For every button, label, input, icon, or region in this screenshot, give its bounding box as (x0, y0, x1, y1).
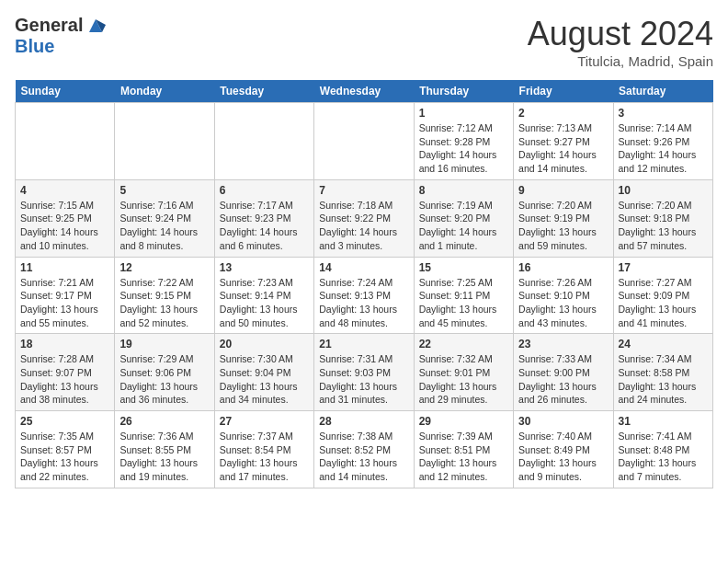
logo-line1: General (15, 15, 106, 36)
day-info: Sunrise: 7:38 AM Sunset: 8:52 PM Dayligh… (319, 430, 408, 484)
day-info: Sunrise: 7:34 AM Sunset: 8:58 PM Dayligh… (619, 352, 708, 407)
day-number: 6 (220, 184, 309, 197)
day-number: 3 (619, 107, 708, 120)
calendar-cell: 7Sunrise: 7:18 AM Sunset: 9:22 PM Daylig… (314, 179, 414, 257)
day-header-monday: Monday (115, 80, 214, 103)
calendar-cell (214, 103, 313, 180)
calendar-week-1: 1Sunrise: 7:12 AM Sunset: 9:28 PM Daylig… (16, 103, 713, 180)
day-info: Sunrise: 7:14 AM Sunset: 9:26 PM Dayligh… (619, 121, 708, 176)
day-number: 22 (419, 338, 508, 350)
day-info: Sunrise: 7:26 AM Sunset: 9:10 PM Dayligh… (518, 276, 608, 330)
day-number: 7 (319, 184, 408, 197)
day-number: 26 (119, 415, 209, 428)
calendar-cell: 10Sunrise: 7:20 AM Sunset: 9:18 PM Dayli… (613, 179, 712, 257)
calendar-cell: 3Sunrise: 7:14 AM Sunset: 9:26 PM Daylig… (613, 103, 712, 180)
day-header-wednesday: Wednesday (314, 80, 414, 103)
day-number: 16 (518, 261, 608, 274)
calendar-cell: 9Sunrise: 7:20 AM Sunset: 9:19 PM Daylig… (514, 179, 613, 257)
calendar-cell: 26Sunrise: 7:36 AM Sunset: 8:55 PM Dayli… (115, 411, 214, 488)
calendar-cell: 15Sunrise: 7:25 AM Sunset: 9:11 PM Dayli… (414, 257, 513, 334)
day-number: 14 (319, 261, 408, 274)
calendar-cell: 23Sunrise: 7:33 AM Sunset: 9:00 PM Dayli… (514, 334, 613, 411)
page-header: General Blue August 2024 Titulcia, Madri… (15, 15, 713, 69)
day-number: 10 (619, 184, 708, 197)
calendar-cell: 29Sunrise: 7:39 AM Sunset: 8:51 PM Dayli… (414, 411, 513, 488)
day-number: 17 (619, 261, 708, 274)
calendar-cell: 13Sunrise: 7:23 AM Sunset: 9:14 PM Dayli… (214, 257, 313, 334)
day-info: Sunrise: 7:31 AM Sunset: 9:03 PM Dayligh… (319, 352, 408, 407)
calendar-week-4: 18Sunrise: 7:28 AM Sunset: 9:07 PM Dayli… (16, 334, 713, 411)
day-number: 27 (220, 415, 309, 428)
day-info: Sunrise: 7:29 AM Sunset: 9:06 PM Dayligh… (119, 352, 209, 407)
day-info: Sunrise: 7:27 AM Sunset: 9:09 PM Dayligh… (619, 276, 708, 330)
day-info: Sunrise: 7:35 AM Sunset: 8:57 PM Dayligh… (20, 430, 109, 484)
day-number: 24 (619, 338, 708, 350)
day-number: 4 (20, 184, 109, 197)
calendar-cell: 30Sunrise: 7:40 AM Sunset: 8:49 PM Dayli… (514, 411, 613, 488)
calendar-cell: 22Sunrise: 7:32 AM Sunset: 9:01 PM Dayli… (414, 334, 513, 411)
day-number: 19 (119, 338, 209, 350)
calendar-week-3: 11Sunrise: 7:21 AM Sunset: 9:17 PM Dayli… (16, 257, 713, 334)
day-info: Sunrise: 7:25 AM Sunset: 9:11 PM Dayligh… (419, 276, 508, 330)
calendar-cell: 8Sunrise: 7:19 AM Sunset: 9:20 PM Daylig… (414, 179, 513, 257)
day-number: 29 (419, 415, 508, 428)
day-info: Sunrise: 7:20 AM Sunset: 9:19 PM Dayligh… (518, 199, 608, 253)
day-info: Sunrise: 7:23 AM Sunset: 9:14 PM Dayligh… (220, 276, 309, 330)
calendar-cell: 18Sunrise: 7:28 AM Sunset: 9:07 PM Dayli… (16, 334, 115, 411)
day-info: Sunrise: 7:17 AM Sunset: 9:23 PM Dayligh… (220, 199, 309, 253)
calendar-cell: 11Sunrise: 7:21 AM Sunset: 9:17 PM Dayli… (16, 257, 115, 334)
day-number: 12 (119, 261, 209, 274)
calendar-cell: 5Sunrise: 7:16 AM Sunset: 9:24 PM Daylig… (115, 179, 214, 257)
title-block: August 2024 Titulcia, Madrid, Spain (528, 15, 713, 69)
day-header-thursday: Thursday (414, 80, 513, 103)
day-info: Sunrise: 7:21 AM Sunset: 9:17 PM Dayligh… (20, 276, 109, 330)
calendar-cell: 16Sunrise: 7:26 AM Sunset: 9:10 PM Dayli… (514, 257, 613, 334)
calendar-week-2: 4Sunrise: 7:15 AM Sunset: 9:25 PM Daylig… (16, 179, 713, 257)
month-title: August 2024 (528, 15, 713, 53)
location-subtitle: Titulcia, Madrid, Spain (528, 53, 713, 69)
day-info: Sunrise: 7:40 AM Sunset: 8:49 PM Dayligh… (518, 430, 608, 484)
calendar-cell: 21Sunrise: 7:31 AM Sunset: 9:03 PM Dayli… (314, 334, 414, 411)
day-number: 11 (20, 261, 109, 274)
calendar-cell: 28Sunrise: 7:38 AM Sunset: 8:52 PM Dayli… (314, 411, 414, 488)
day-number: 31 (619, 415, 708, 428)
day-number: 23 (518, 338, 608, 350)
day-header-sunday: Sunday (16, 80, 115, 103)
day-info: Sunrise: 7:39 AM Sunset: 8:51 PM Dayligh… (419, 430, 508, 484)
calendar-cell (16, 103, 115, 180)
calendar-cell: 6Sunrise: 7:17 AM Sunset: 9:23 PM Daylig… (214, 179, 313, 257)
day-number: 1 (419, 107, 508, 120)
calendar-cell: 27Sunrise: 7:37 AM Sunset: 8:54 PM Dayli… (214, 411, 313, 488)
calendar-table: SundayMondayTuesdayWednesdayThursdayFrid… (15, 80, 713, 488)
day-number: 9 (518, 184, 608, 197)
day-number: 20 (220, 338, 309, 350)
calendar-cell: 2Sunrise: 7:13 AM Sunset: 9:27 PM Daylig… (514, 103, 613, 180)
calendar-cell: 1Sunrise: 7:12 AM Sunset: 9:28 PM Daylig… (414, 103, 513, 180)
calendar-cell: 24Sunrise: 7:34 AM Sunset: 8:58 PM Dayli… (613, 334, 712, 411)
day-info: Sunrise: 7:30 AM Sunset: 9:04 PM Dayligh… (220, 352, 309, 407)
day-info: Sunrise: 7:33 AM Sunset: 9:00 PM Dayligh… (518, 352, 608, 407)
calendar-cell: 31Sunrise: 7:41 AM Sunset: 8:48 PM Dayli… (613, 411, 712, 488)
day-number: 18 (20, 338, 109, 350)
day-info: Sunrise: 7:13 AM Sunset: 9:27 PM Dayligh… (518, 121, 608, 176)
day-info: Sunrise: 7:32 AM Sunset: 9:01 PM Dayligh… (419, 352, 508, 407)
day-number: 25 (20, 415, 109, 428)
calendar-cell: 14Sunrise: 7:24 AM Sunset: 9:13 PM Dayli… (314, 257, 414, 334)
day-number: 2 (518, 107, 608, 120)
day-header-tuesday: Tuesday (214, 80, 313, 103)
day-number: 8 (419, 184, 508, 197)
day-info: Sunrise: 7:20 AM Sunset: 9:18 PM Dayligh… (619, 199, 708, 253)
day-number: 15 (419, 261, 508, 274)
day-number: 30 (518, 415, 608, 428)
calendar-cell: 25Sunrise: 7:35 AM Sunset: 8:57 PM Dayli… (16, 411, 115, 488)
day-info: Sunrise: 7:37 AM Sunset: 8:54 PM Dayligh… (220, 430, 309, 484)
calendar-cell (115, 103, 214, 180)
calendar-cell: 17Sunrise: 7:27 AM Sunset: 9:09 PM Dayli… (613, 257, 712, 334)
day-header-saturday: Saturday (613, 80, 712, 103)
logo: General Blue (15, 15, 106, 57)
calendar-cell (314, 103, 414, 180)
day-info: Sunrise: 7:18 AM Sunset: 9:22 PM Dayligh… (319, 199, 408, 253)
calendar-header: SundayMondayTuesdayWednesdayThursdayFrid… (16, 80, 713, 103)
day-number: 5 (119, 184, 209, 197)
logo-icon (85, 16, 106, 36)
